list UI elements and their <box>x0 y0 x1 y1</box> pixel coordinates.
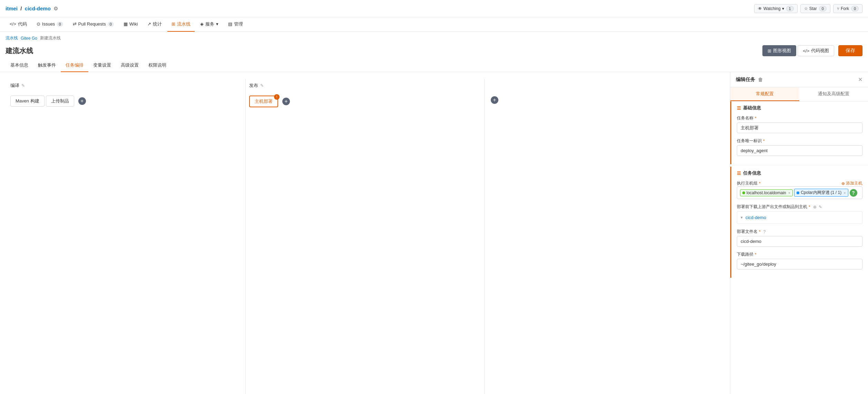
breadcrumb-giteego[interactable]: Gitee Go <box>21 36 37 41</box>
main-content: 编译 ✎ Maven 构建 上传制品 + 发布 ✎ <box>0 72 868 394</box>
repo-name-link[interactable]: cicd-demo <box>25 6 51 11</box>
subtab-trigger[interactable]: 触发事件 <box>33 59 61 72</box>
task-id-input[interactable] <box>737 145 862 156</box>
tab-wiki-label: Wiki <box>129 21 138 27</box>
pipeline-canvas: 编译 ✎ Maven 构建 上传制品 + 发布 ✎ <box>0 72 730 394</box>
tab-issues[interactable]: ⊙ Issues 0 <box>32 17 67 32</box>
subtab-basic[interactable]: 基本信息 <box>6 59 33 72</box>
pr-icon: ⇄ <box>73 21 77 27</box>
subtab-basic-label: 基本信息 <box>10 62 28 68</box>
tag-container: localhost.localdomain × Cpolar内网穿透 (1 / … <box>737 186 862 199</box>
breadcrumb-pipeline[interactable]: 流水线 <box>6 35 18 41</box>
subtab-permissions-label: 权限说明 <box>148 62 166 68</box>
artifact-label-text: 部署前下载上游产出文件或制品到主机 <box>737 204 807 210</box>
page-title: 建流水线 <box>6 46 33 56</box>
star-button[interactable]: ☆ Star 0 <box>800 4 830 13</box>
add-task-empty-button[interactable]: + <box>491 96 498 104</box>
stage-publish-edit-icon[interactable]: ✎ <box>260 83 264 88</box>
download-path-input[interactable] <box>737 259 862 269</box>
tag-cpolar-close[interactable]: × <box>843 191 846 195</box>
watch-label: Watching <box>763 6 781 11</box>
task-name-label: 任务名称 * <box>737 115 862 121</box>
tab-wiki[interactable]: ▦ Wiki <box>119 17 142 32</box>
graphic-view-button[interactable]: ⊞ 图形视图 <box>762 45 796 56</box>
tab-pr[interactable]: ⇄ Pull Requests 0 <box>69 17 118 32</box>
pr-badge: 0 <box>108 22 114 27</box>
subtab-task-label: 任务编排 <box>66 62 84 68</box>
code-view-button[interactable]: </> 代码视图 <box>798 45 834 56</box>
panel-close-button[interactable]: ✕ <box>858 76 862 83</box>
task-maven[interactable]: Maven 构建 <box>10 96 45 107</box>
task-upload[interactable]: 上传制品 <box>46 96 74 107</box>
stage-publish: 发布 ✎ 主机部署 ! + <box>246 79 485 394</box>
add-host-link[interactable]: ⊕ 添加主机 <box>841 180 862 186</box>
form-deploy-file: 部署文件名 * ? <box>737 229 862 247</box>
panel-title: 编辑任务 🗑 <box>736 77 763 83</box>
tab-code-label: 代码 <box>18 21 27 27</box>
tab-pr-label: Pull Requests <box>78 21 106 27</box>
stage-compile-edit-icon[interactable]: ✎ <box>21 83 25 88</box>
save-button[interactable]: 保存 <box>838 45 862 56</box>
artifact-cicd-demo-label: cicd-demo <box>745 215 766 220</box>
subtab-vars[interactable]: 变量设置 <box>88 59 116 72</box>
nav-tabs: </> 代码 ⊙ Issues 0 ⇄ Pull Requests 0 ▦ Wi… <box>0 17 868 32</box>
star-icon: ☆ <box>804 6 808 11</box>
task-id-required: * <box>763 139 765 144</box>
tag-localhost-close[interactable]: × <box>788 191 790 195</box>
deploy-file-input[interactable] <box>737 236 862 247</box>
deploy-file-help[interactable]: ? <box>763 229 766 234</box>
tab-code[interactable]: </> 代码 <box>6 17 31 32</box>
code-view-icon: </> <box>803 48 809 53</box>
stage-compile: 编译 ✎ Maven 构建 上传制品 + <box>7 79 246 394</box>
task-maven-label: Maven 构建 <box>16 98 39 104</box>
tag-cpolar-label: Cpolar内网穿透 (1 / 1) <box>801 190 841 196</box>
right-panel: 编辑任务 🗑 ✕ 常规配置 通知及高级配置 ☰ 基础信息 <box>730 72 868 394</box>
services-icon: ◈ <box>200 21 204 27</box>
host-group-label-text: 执行主机组 <box>737 180 758 186</box>
tag-cpolar-dot <box>797 191 799 194</box>
add-task-publish-button[interactable]: + <box>282 98 290 105</box>
tab-stats[interactable]: ↗ 统计 <box>143 17 166 32</box>
task-deploy[interactable]: 主机部署 ! <box>249 96 278 107</box>
watch-button[interactable]: 👁 Watching ▾ 1 <box>754 4 798 13</box>
fork-button[interactable]: ⑂ Fork 0 <box>833 4 862 13</box>
artifact-icon2[interactable]: ✎ <box>819 205 822 209</box>
form-download-path: 下载路径 * <box>737 252 862 269</box>
task-deploy-badge: ! <box>274 94 280 100</box>
chevron-down-icon: ▾ <box>782 6 784 11</box>
repo-owner-link[interactable]: itmei <box>6 6 18 11</box>
artifact-container: ▼ cicd-demo <box>737 211 862 224</box>
form-task-id: 任务唯一标识 * <box>737 138 862 156</box>
section-task-header: ☰ 任务信息 <box>737 170 862 176</box>
fork-icon: ⑂ <box>837 6 839 11</box>
panel-header: 编辑任务 🗑 ✕ <box>730 72 868 87</box>
stats-icon: ↗ <box>147 21 151 27</box>
tag-localhost-label: localhost.localdomain <box>747 190 786 195</box>
panel-tab-advanced[interactable]: 通知及高级配置 <box>799 87 868 101</box>
download-path-label-text: 下载路径 <box>737 252 753 257</box>
subtab-advanced-label: 高级设置 <box>121 62 139 68</box>
subtab-advanced[interactable]: 高级设置 <box>116 59 144 72</box>
download-path-required: * <box>755 252 757 257</box>
settings-icon[interactable]: ⚙ <box>53 6 58 12</box>
subtab-task[interactable]: 任务编排 <box>61 59 88 72</box>
trash-icon[interactable]: 🗑 <box>758 77 763 82</box>
issues-icon: ⊙ <box>37 21 40 27</box>
task-name-input[interactable] <box>737 122 862 133</box>
help-button[interactable]: ? <box>850 189 857 197</box>
artifact-cicd-demo[interactable]: ▼ cicd-demo <box>740 213 859 222</box>
fork-count: 0 <box>851 6 859 11</box>
topbar: itmei / cicd-demo ⚙ 👁 Watching ▾ 1 ☆ Sta… <box>0 0 868 17</box>
divider-1 <box>730 165 868 165</box>
artifact-icon1[interactable]: ⊕ <box>813 205 817 209</box>
add-task-compile-button[interactable]: + <box>78 97 86 105</box>
artifact-label: 部署前下载上游产出文件或制品到主机 * ⊕ ✎ <box>737 204 862 210</box>
tab-pipeline[interactable]: ⊞ 流水线 <box>167 17 195 32</box>
panel-title-text: 编辑任务 <box>736 77 755 83</box>
section-basic-header: ☰ 基础信息 <box>737 105 862 111</box>
tab-services[interactable]: ◈ 服务 ▾ <box>196 17 223 32</box>
subtab-permissions[interactable]: 权限说明 <box>144 59 171 72</box>
manage-icon: ▤ <box>228 21 232 27</box>
tab-manage[interactable]: ▤ 管理 <box>224 17 247 32</box>
panel-tab-normal[interactable]: 常规配置 <box>730 87 799 101</box>
